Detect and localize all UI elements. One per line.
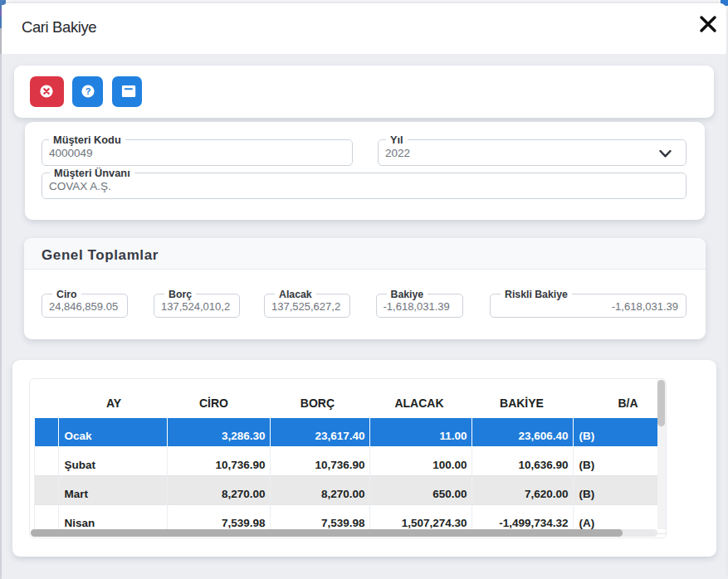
svg-text:?: ?: [85, 86, 90, 96]
